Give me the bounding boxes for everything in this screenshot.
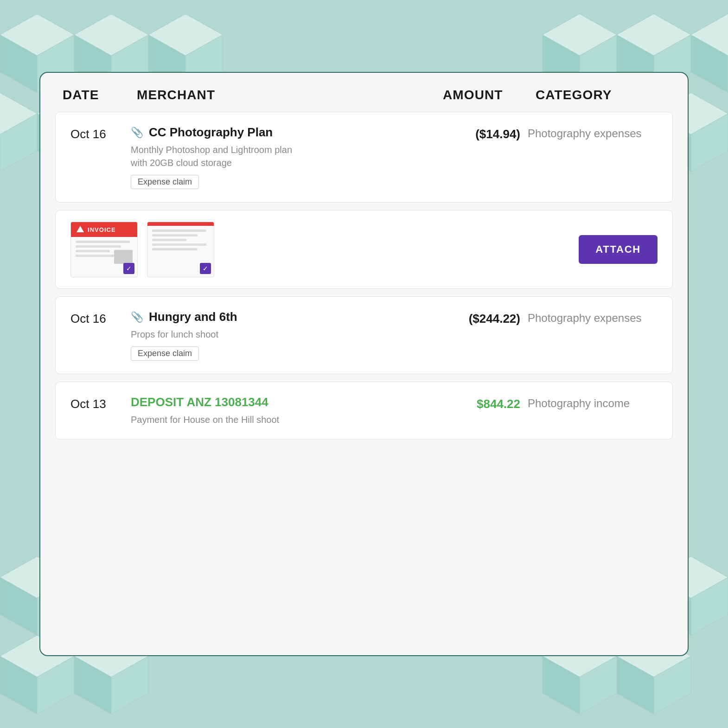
merchant-name-row: 📎 CC Photography Plan <box>131 125 435 140</box>
row-date-3: Oct 13 <box>70 395 131 411</box>
col-header-date: DATE <box>63 88 137 102</box>
doc-line <box>76 245 121 248</box>
expense-badge-2[interactable]: Expense claim <box>131 346 199 361</box>
doc-line <box>76 241 130 243</box>
main-card: DATE MERCHANT AMOUNT CATEGORY Oct 16 📎 C… <box>39 72 689 656</box>
merchant-desc: Monthly Photoshop and Lightroom planwith… <box>131 143 435 169</box>
adobe-logo-icon <box>76 225 85 234</box>
paperclip-icon: 📎 <box>131 127 143 139</box>
table-row: Oct 16 📎 Hungry and 6th Props for lunch … <box>55 296 673 374</box>
doc-lines-2 <box>147 226 214 254</box>
doc-line <box>76 250 110 252</box>
doc-check-icon: ✓ <box>123 263 134 274</box>
row-merchant-col-3: DEPOSIT ANZ 13081344 Payment for House o… <box>131 395 435 426</box>
merchant-name-row-3: DEPOSIT ANZ 13081344 <box>131 395 435 409</box>
table-body: Oct 16 📎 CC Photography Plan Monthly Pho… <box>40 112 688 655</box>
doc-line <box>152 230 206 232</box>
row-amount-3: $844.22 <box>435 395 528 411</box>
row-category-2: Photography expenses <box>528 310 658 325</box>
doc-line <box>152 243 206 246</box>
expense-badge[interactable]: Expense claim <box>131 175 199 189</box>
merchant-name-3: DEPOSIT ANZ 13081344 <box>131 395 268 409</box>
doc-red-bar <box>147 222 214 226</box>
doc-box <box>114 250 133 264</box>
merchant-desc-3: Payment for House on the Hill shoot <box>131 413 435 426</box>
col-header-merchant: MERCHANT <box>137 88 443 102</box>
row-amount-2: ($244.22) <box>435 310 528 326</box>
merchant-desc-2: Props for lunch shoot <box>131 328 435 341</box>
row-main: Oct 16 📎 CC Photography Plan Monthly Pho… <box>70 125 658 189</box>
table-row: Oct 16 📎 CC Photography Plan Monthly Pho… <box>55 112 673 203</box>
merchant-name-2: Hungry and 6th <box>149 310 237 324</box>
svg-marker-76 <box>77 226 84 232</box>
invoice-label: INVOICE <box>88 226 116 233</box>
col-header-category: CATEGORY <box>536 88 665 102</box>
doc-line <box>152 239 186 241</box>
attachment-picker-row: INVOICE ✓ <box>55 210 673 289</box>
doc-line <box>152 248 198 250</box>
row-main-3: Oct 13 DEPOSIT ANZ 13081344 Payment for … <box>70 395 658 426</box>
row-merchant-col-2: 📎 Hungry and 6th Props for lunch shoot E… <box>131 310 435 361</box>
table-header: DATE MERCHANT AMOUNT CATEGORY <box>40 73 688 112</box>
doc-check-icon-2: ✓ <box>200 263 211 274</box>
row-category: Photography expenses <box>528 125 658 140</box>
doc-line <box>152 234 198 236</box>
doc-thumbnail-plain[interactable]: ✓ <box>147 222 214 277</box>
doc-thumbnail-invoice[interactable]: INVOICE ✓ <box>70 222 138 277</box>
attach-button[interactable]: ATTACH <box>579 235 658 264</box>
row-merchant-col: 📎 CC Photography Plan Monthly Photoshop … <box>131 125 435 189</box>
col-header-amount: AMOUNT <box>443 88 536 102</box>
table-row-deposit: Oct 13 DEPOSIT ANZ 13081344 Payment for … <box>55 382 673 440</box>
merchant-name: CC Photography Plan <box>149 125 273 140</box>
paperclip-icon-2: 📎 <box>131 311 143 323</box>
row-date-2: Oct 16 <box>70 310 131 326</box>
row-category-3: Photography income <box>528 395 658 410</box>
merchant-name-row-2: 📎 Hungry and 6th <box>131 310 435 324</box>
row-amount: ($14.94) <box>435 125 528 141</box>
doc-invoice-header: INVOICE <box>71 222 137 237</box>
row-date: Oct 16 <box>70 125 131 141</box>
row-main-2: Oct 16 📎 Hungry and 6th Props for lunch … <box>70 310 658 361</box>
